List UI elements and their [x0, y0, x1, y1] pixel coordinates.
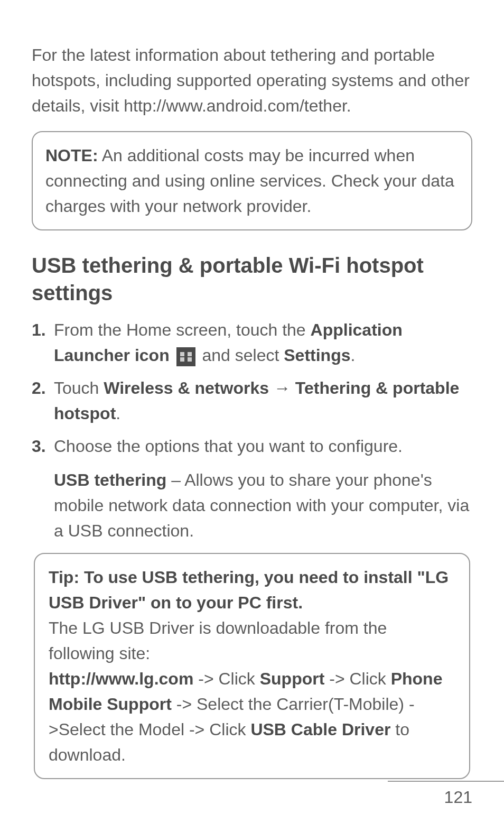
steps-list: From the Home screen, touch the Applicat…	[32, 317, 472, 543]
step-2-arrow: →	[269, 378, 295, 397]
step-1-mid: and select	[198, 346, 284, 365]
step-3-sub-bold: USB tethering	[54, 470, 166, 489]
tip-t1: -> Click	[193, 669, 259, 688]
tip-instructions: http://www.lg.com -> Click Support -> Cl…	[49, 666, 455, 767]
note-box: NOTE: An additional costs may be incurre…	[32, 131, 472, 230]
step-2-post: .	[116, 404, 120, 423]
note-label: NOTE:	[45, 146, 98, 165]
tip-title: Tip: To use USB tethering, you need to i…	[49, 565, 455, 615]
step-1-post: .	[350, 346, 355, 365]
step-1: From the Home screen, touch the Applicat…	[32, 317, 472, 368]
intro-paragraph: For the latest information about tetheri…	[32, 42, 472, 118]
tip-url: http://www.lg.com	[49, 669, 193, 688]
tip-box: Tip: To use USB tethering, you need to i…	[34, 553, 470, 779]
step-3: Choose the options that you want to conf…	[32, 433, 472, 543]
tip-t2: -> Click	[324, 669, 390, 688]
tip-b1: Support	[260, 669, 325, 688]
page-divider	[388, 781, 504, 782]
step-3-line1: Choose the options that you want to conf…	[54, 437, 403, 456]
tip-b3: USB Cable Driver	[250, 720, 390, 739]
step-2-bold1: Wireless & networks	[104, 378, 269, 397]
step-1-bold2: Settings	[284, 346, 350, 365]
page-number: 121	[444, 788, 472, 807]
app-launcher-icon	[176, 347, 195, 366]
step-1-pre: From the Home screen, touch the	[54, 320, 311, 339]
step-3-sub: USB tethering – Allows you to share your…	[54, 467, 472, 543]
note-text: An additional costs may be incurred when…	[45, 146, 454, 216]
section-heading: USB tethering & portable Wi-Fi hotspot s…	[32, 252, 472, 307]
tip-line2: The LG USB Driver is downloadable from t…	[49, 615, 455, 666]
step-2-pre: Touch	[54, 378, 104, 397]
step-2: Touch Wireless & networks → Tethering & …	[32, 375, 472, 426]
